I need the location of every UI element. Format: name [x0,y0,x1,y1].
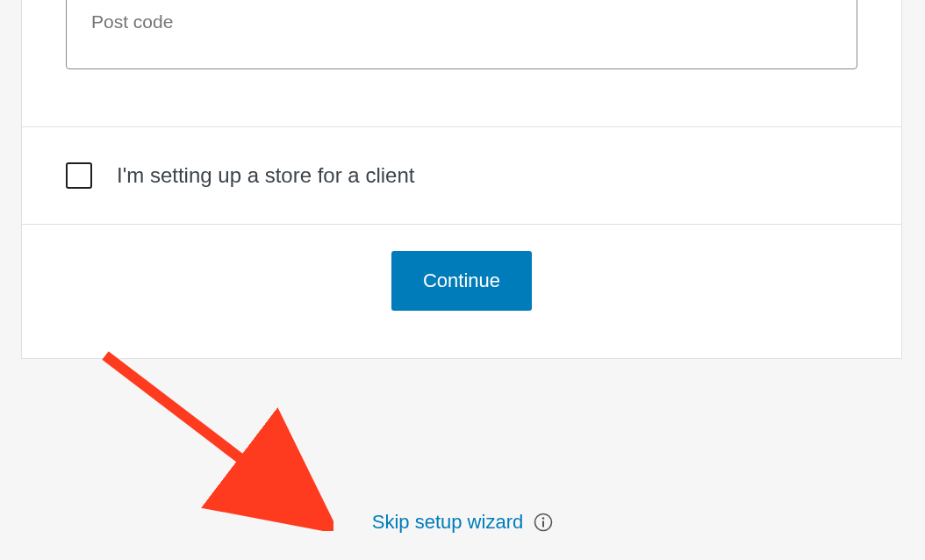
client-checkbox-row: I'm setting up a store for a client [22,126,901,224]
svg-line-3 [105,355,290,496]
client-checkbox-label: I'm setting up a store for a client [117,163,414,188]
postcode-section [22,0,901,126]
svg-rect-2 [542,521,544,528]
svg-point-1 [542,517,545,520]
postcode-input[interactable] [66,0,857,69]
setup-wizard-card: I'm setting up a store for a client Cont… [21,0,902,359]
continue-section: Continue [22,224,901,358]
arrow-annotation [88,338,333,531]
skip-area: Skip setup wizard [0,511,925,534]
client-checkbox[interactable] [66,162,92,189]
continue-button[interactable]: Continue [391,251,532,311]
skip-setup-wizard-link[interactable]: Skip setup wizard [372,511,523,534]
info-icon[interactable] [534,513,553,532]
